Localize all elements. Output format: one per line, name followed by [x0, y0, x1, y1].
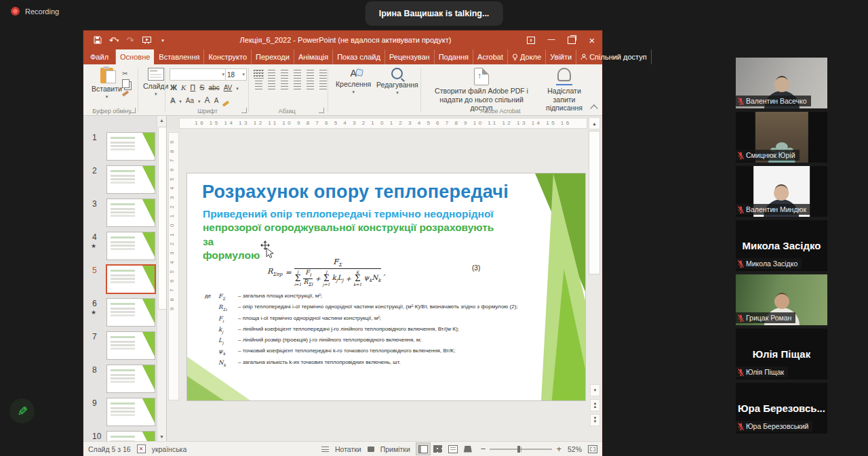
create-pdf-button[interactable]: Створити файл Adobe PDF і надати до ньог… — [431, 68, 532, 112]
grow-font-button[interactable]: А — [205, 96, 210, 105]
format-painter-button[interactable] — [122, 90, 129, 93]
tab-file[interactable]: Файл — [83, 49, 116, 64]
tab-acrobat[interactable]: Acrobat — [473, 49, 508, 64]
shrink-font-button[interactable]: А — [214, 97, 219, 104]
customize-qat-button[interactable]: ▾ — [155, 33, 170, 47]
scrollbar-thumb[interactable] — [589, 131, 600, 274]
formula[interactable]: RΣпр = FΣ IΣi=1 FiRΣi + JΣj=1 kjLj — [267, 257, 386, 287]
scroll-down-icon[interactable]: ▼ — [590, 384, 600, 396]
next-slide-button[interactable]: ▼▼ — [590, 414, 600, 426]
zoom-out-button[interactable]: − — [481, 444, 486, 453]
tab-animations[interactable]: Анімація — [294, 49, 333, 64]
drawing-button[interactable]: А Креслення ▾ — [336, 68, 371, 94]
participant-tile-smytsniuk[interactable]: Смицнюк Юрій — [736, 112, 827, 163]
paste-dropdown[interactable]: ▾ — [106, 94, 108, 99]
participant-tile-myndiuk[interactable]: Валентин Миндюк — [736, 166, 827, 217]
tab-home[interactable]: Основне — [116, 49, 154, 64]
thumbnail-image[interactable] — [106, 431, 155, 441]
scroll-down-icon[interactable]: ▼ — [157, 432, 166, 441]
paragraph-dialog-launcher[interactable] — [319, 108, 324, 113]
fit-slide-button[interactable] — [588, 445, 597, 453]
send-signature-button[interactable]: Надіслати запити підписання — [536, 68, 592, 112]
tab-view[interactable]: Подання — [435, 49, 473, 64]
zoom-level[interactable]: 52% — [568, 445, 582, 453]
zoom-slider[interactable] — [490, 449, 552, 450]
spellcheck-icon[interactable]: ✕ — [137, 444, 146, 453]
save-button[interactable] — [90, 33, 105, 47]
tab-design[interactable]: Конструкто — [204, 49, 252, 64]
zoom-in-button[interactable]: + — [556, 444, 561, 453]
tab-insert[interactable]: Вставлення — [155, 49, 204, 64]
numbering-icon[interactable] — [267, 70, 277, 79]
start-slideshow-button[interactable] — [139, 33, 154, 47]
tab-sign-in[interactable]: Увійти — [546, 49, 576, 64]
definitions-list[interactable]: де FΣ – загальна площа конструкції, м²; … — [205, 293, 529, 367]
font-name-input[interactable]: ▾ — [170, 68, 226, 81]
bold-button[interactable]: Ж — [170, 83, 177, 91]
character-spacing-button[interactable]: AV — [224, 84, 233, 91]
participant-tile-hrytsak[interactable]: Грицак Роман — [736, 274, 827, 325]
smartart-convert-icon[interactable] — [318, 81, 328, 89]
tab-share[interactable]: Спільний доступ — [576, 49, 652, 64]
font-dialog-launcher[interactable] — [241, 108, 247, 113]
tab-slideshow[interactable]: Показ слайд — [333, 49, 385, 64]
tab-transitions[interactable]: Переходи — [252, 49, 294, 64]
thumbnail-image[interactable] — [106, 199, 155, 227]
thumbnail-image[interactable] — [106, 232, 155, 260]
participant-tile-pishchak[interactable]: Юлія Піщак Юлія Піщак — [736, 329, 827, 379]
justify-icon[interactable] — [292, 81, 302, 89]
font-size-input[interactable]: 18▾ — [225, 68, 247, 81]
thumbnail-scrollbar[interactable]: ▲ ▼ — [157, 116, 166, 441]
participant-tile-vasechko[interactable]: Валентин Васечко — [736, 58, 827, 108]
strikethrough-button[interactable]: S — [199, 83, 204, 91]
annotate-button[interactable]: ✎ — [9, 398, 35, 423]
restore-button[interactable] — [561, 30, 582, 49]
redo-button[interactable]: ↷ — [123, 33, 138, 47]
thumbnail-image[interactable] — [106, 264, 156, 294]
thumbnail-image[interactable] — [106, 165, 155, 194]
slide-title[interactable]: Розрахунок опору теплопередачі — [202, 182, 509, 203]
reading-view-button[interactable] — [446, 443, 460, 455]
underline-button[interactable]: П — [190, 83, 195, 91]
clipboard-dialog-launcher[interactable] — [130, 108, 136, 113]
comments-button[interactable]: Примітки — [380, 445, 410, 453]
thumbnail-image[interactable] — [106, 398, 155, 426]
scroll-up-icon[interactable]: ▲ — [157, 116, 166, 125]
participant-tile-zasidko[interactable]: Микола Засідко Микола Засідко — [736, 220, 827, 271]
decrease-indent-icon[interactable] — [279, 70, 290, 79]
align-center-icon[interactable] — [267, 81, 277, 89]
paste-button[interactable]: Вставити ▾ — [92, 68, 122, 99]
thumbnail-image[interactable] — [106, 298, 155, 327]
thumbnail-image[interactable] — [106, 365, 155, 393]
participant-tile-berezovskyi[interactable]: Юра Березовсь... Юра Березовський — [736, 383, 827, 434]
zoom-slider-thumb[interactable] — [517, 446, 520, 453]
language-indicator[interactable]: українська — [152, 445, 187, 453]
text-shadow-button[interactable]: abc — [209, 84, 220, 91]
previous-slide-button[interactable]: ▲▲ — [590, 399, 600, 411]
normal-view-button[interactable] — [416, 443, 430, 455]
change-case-button[interactable]: Aa — [186, 97, 194, 104]
editing-button[interactable]: Редагування ▾ — [376, 68, 418, 95]
align-right-icon[interactable] — [279, 81, 290, 89]
slide-subtitle[interactable]: Приведений опір теплопередачі термічно н… — [203, 207, 494, 263]
notes-button[interactable]: Нотатки — [335, 445, 361, 453]
bullets-icon[interactable] — [254, 70, 264, 79]
thumbnail-image[interactable] — [106, 132, 155, 161]
tab-tell-me[interactable]: Докле — [508, 49, 546, 64]
cut-button[interactable]: ✂ — [122, 70, 127, 77]
slideshow-view-button[interactable] — [461, 443, 475, 455]
italic-button[interactable]: К — [181, 83, 186, 91]
scrollbar-thumb[interactable] — [158, 127, 167, 310]
text-shadow-2-button[interactable]: А — [170, 96, 175, 104]
line-spacing-icon[interactable] — [305, 70, 315, 79]
highlight-color-icon[interactable] — [222, 100, 229, 106]
copy-button[interactable] — [122, 79, 130, 88]
text-direction-icon[interactable] — [318, 70, 328, 79]
undo-button[interactable]: ↶▾ — [106, 33, 121, 47]
columns-icon[interactable] — [305, 81, 315, 89]
minimize-button[interactable]: — — [541, 30, 561, 49]
slide-sorter-view-button[interactable] — [431, 443, 445, 455]
close-button[interactable]: × — [582, 30, 602, 49]
slide-canvas[interactable]: Розрахунок опору теплопередачі Приведени… — [187, 173, 585, 400]
scroll-up-icon[interactable]: ▲ — [589, 117, 600, 129]
